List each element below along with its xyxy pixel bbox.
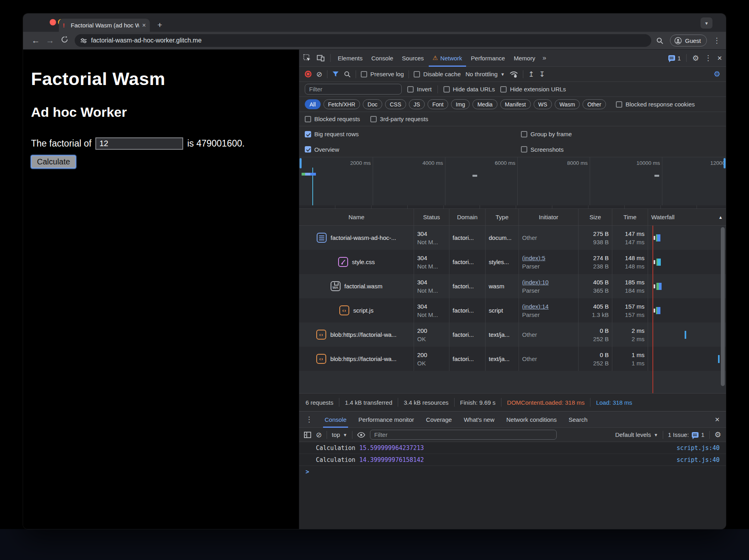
issues-counter[interactable]: 1 [668,55,681,62]
tab-network[interactable]: ⚠ Network [431,50,464,67]
network-conditions-icon[interactable] [509,71,518,78]
third-party-requests-checkbox[interactable]: 3rd-party requests [370,116,428,122]
initiator-link[interactable]: (index):5 [522,254,575,262]
forward-button[interactable]: → [43,36,57,45]
filter-chip-other[interactable]: Other [583,99,606,109]
filter-chip-img[interactable]: Img [451,99,470,109]
factorial-input[interactable] [95,137,183,150]
live-expression-eye-icon[interactable] [357,432,365,438]
timeline-left-handle[interactable] [300,158,302,168]
source-link[interactable]: script.js:40 [677,456,720,463]
column-header-time[interactable]: Time [612,209,648,225]
tab-performance[interactable]: Performance [469,50,507,67]
export-har-icon[interactable]: ↧ [539,70,545,79]
initiator-link[interactable]: (index):10 [522,278,575,286]
request-row[interactable]: ‹›blob:https://factorial-wa... 200OK fac… [299,347,726,371]
filter-chip-manifest[interactable]: Manifest [500,99,531,109]
column-header-name[interactable]: Name [299,209,414,225]
request-row[interactable]: style.css 304Not M... factori... styles.… [299,250,726,274]
import-har-icon[interactable]: ↥ [528,70,534,79]
filter-chip-font[interactable]: Font [428,99,448,109]
tab-search-chevron-button[interactable]: ▾ [701,17,712,29]
source-link[interactable]: script.js:40 [677,444,720,452]
overview-checkbox[interactable]: Overview [305,146,521,153]
column-header-waterfall[interactable]: Waterfall ▲ [648,209,726,225]
tab-memory[interactable]: Memory [512,50,537,67]
disable-cache-checkbox[interactable]: Disable cache [414,71,461,77]
hide-extension-urls-checkbox[interactable]: Hide extension URLs [500,86,566,93]
drawer-tab-coverage[interactable]: Coverage [426,411,452,428]
tab-elements[interactable]: Elements [336,50,364,67]
request-row[interactable]: factorial-wasm-ad-hoc-... 304Not M... fa… [299,226,726,250]
devtools-close-icon[interactable]: × [717,54,722,63]
more-tabs-icon[interactable]: » [542,54,546,62]
drawer-tab-performance-monitor[interactable]: Performance monitor [358,411,414,428]
network-search-icon[interactable] [344,71,351,78]
profile-button[interactable]: Guest [670,35,707,46]
log-levels-dropdown[interactable]: Default levels ▼ [615,431,658,438]
site-settings-icon[interactable] [80,37,87,44]
filter-chip-css[interactable]: CSS [385,99,406,109]
timeline-right-handle[interactable] [724,158,726,168]
console-settings-icon[interactable]: ⚙ [714,430,721,439]
drawer-tab-search[interactable]: Search [569,411,588,428]
tab-sources[interactable]: Sources [401,50,426,67]
column-header-type[interactable]: Type [486,209,519,225]
address-bar[interactable]: factorial-wasm-ad-hoc-worker.glitch.me [75,34,651,47]
filter-chip-doc[interactable]: Doc [363,99,382,109]
filter-chip-js[interactable]: JS [409,99,425,109]
browser-menu-icon[interactable]: ⋮ [713,36,720,45]
tab-close-icon[interactable]: × [142,22,146,29]
network-overview-timeline[interactable]: 2000 ms 4000 ms 6000 ms 8000 ms 10000 ms… [299,157,726,209]
drawer-menu-icon[interactable]: ⋮ [306,415,313,424]
drawer-tab-whats-new[interactable]: What's new [464,411,494,428]
inspect-element-icon[interactable] [303,54,311,62]
filter-chip-media[interactable]: Media [472,99,497,109]
filter-chip-all[interactable]: All [305,99,321,109]
group-by-frame-checkbox[interactable]: Group by frame [521,131,572,137]
console-filter-input[interactable] [370,430,557,440]
preserve-log-checkbox[interactable]: Preserve log [361,71,404,77]
initiator-link[interactable]: (index):14 [522,302,575,311]
console-issues-counter[interactable]: 1 Issue: 1 [668,431,704,438]
context-selector[interactable]: top ▼ [332,431,347,438]
column-header-size[interactable]: Size [579,209,612,225]
column-header-status[interactable]: Status [414,209,449,225]
new-tab-button[interactable]: + [157,21,162,29]
invert-checkbox[interactable]: Invert [407,86,432,93]
console-prompt[interactable]: > [299,466,726,478]
device-toolbar-icon[interactable] [317,54,325,62]
network-filter-input[interactable] [305,84,402,95]
close-window-button[interactable] [50,19,56,25]
calculate-button[interactable]: Calculate [31,155,76,168]
table-scrollbar[interactable] [721,227,725,386]
clear-console-icon[interactable]: ⊘ [316,431,322,439]
back-button[interactable]: ← [29,36,43,45]
drawer-tab-console[interactable]: Console [325,411,346,428]
reload-button[interactable] [57,36,72,45]
screenshots-checkbox[interactable]: Screenshots [521,146,563,153]
tab-console[interactable]: Console [370,50,395,67]
throttling-dropdown[interactable]: No throttling ▼ [466,71,505,77]
blocked-requests-checkbox[interactable]: Blocked requests [305,116,360,122]
console-sidebar-icon[interactable] [304,432,311,438]
column-header-initiator[interactable]: Initiator [519,209,579,225]
request-row[interactable]: ‹›blob:https://factorial-wa... 200OK fac… [299,322,726,347]
network-settings-icon[interactable]: ⚙ [714,70,720,79]
devtools-menu-icon[interactable]: ⋮ [704,54,712,62]
filter-funnel-icon[interactable] [332,71,339,77]
zoom-search-icon[interactable] [656,37,664,44]
filter-chip-ws[interactable]: WS [534,99,552,109]
devtools-settings-icon[interactable]: ⚙ [692,54,699,63]
request-row[interactable]: WAfactorial.wasm 304Not M... factori... … [299,274,726,298]
record-network-log-button[interactable] [305,71,312,77]
filter-chip-fetch-xhr[interactable]: Fetch/XHR [323,99,360,109]
request-row[interactable]: ‹›script.js 304Not M... factori... scrip… [299,298,726,322]
column-header-domain[interactable]: Domain [449,209,486,225]
clear-network-log-icon[interactable]: ⊘ [316,70,322,79]
drawer-tab-network-conditions[interactable]: Network conditions [506,411,557,428]
filter-chip-wasm[interactable]: Wasm [555,99,580,109]
big-request-rows-checkbox[interactable]: Big request rows [305,131,521,137]
browser-tab[interactable]: ! Factorial Wasm (ad hoc Work × [59,19,150,32]
drawer-close-icon[interactable]: × [715,415,720,424]
